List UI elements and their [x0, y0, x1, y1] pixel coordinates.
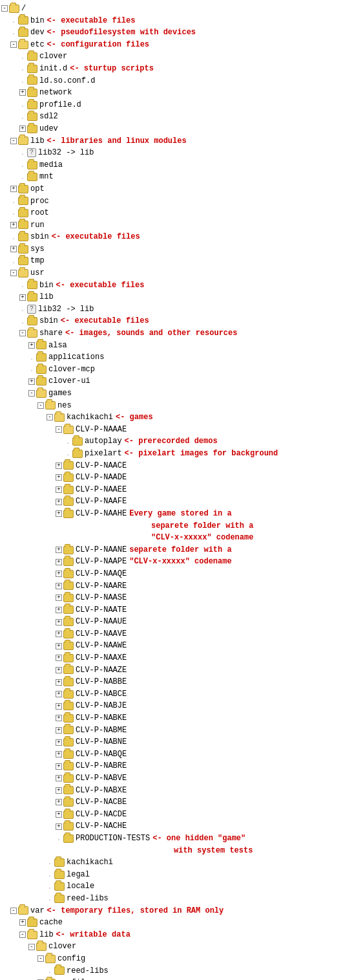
expand-icon[interactable]: +	[56, 643, 62, 649]
folder-icon	[63, 822, 74, 831]
tree-label: CLV-P-NAAEE	[76, 484, 127, 496]
tree-row: ·reed-libs	[1, 965, 353, 977]
expand-icon[interactable]: -	[28, 944, 35, 950]
leaf-connector: ·	[19, 306, 26, 312]
expand-icon[interactable]: -	[56, 426, 62, 433]
expand-icon[interactable]: +	[19, 89, 26, 96]
tree-label: CLV-P-NABRE	[76, 760, 127, 772]
expand-icon[interactable]: +	[56, 715, 62, 721]
tree-row: ·clover	[1, 50, 353, 63]
expand-icon[interactable]: -	[19, 330, 26, 336]
tree-row: ·sbin<- executable files	[1, 315, 353, 327]
expand-icon[interactable]: +	[56, 763, 62, 770]
tree-label: usr	[30, 267, 45, 279]
annotation-text: <- executable files	[61, 315, 149, 327]
expand-icon[interactable]: +	[19, 294, 26, 301]
expand-icon[interactable]: -	[10, 138, 17, 144]
expand-icon[interactable]: +	[10, 222, 17, 228]
expand-icon[interactable]: +	[19, 125, 26, 132]
tree-row: +CLV-P-NACDE	[1, 809, 353, 821]
expand-icon[interactable]: +	[56, 811, 62, 818]
expand-icon[interactable]: +	[56, 594, 62, 601]
expand-icon[interactable]: +	[28, 342, 35, 349]
expand-icon[interactable]: +	[56, 474, 62, 481]
annotation-text: <- sturtup scripts	[70, 63, 154, 75]
folder-icon	[63, 605, 74, 614]
tree-row: ·locale	[1, 880, 353, 893]
expand-icon[interactable]: +	[56, 607, 62, 613]
expand-icon[interactable]: +	[56, 739, 62, 746]
expand-icon[interactable]: +	[56, 691, 62, 697]
tree-row: +CLV-P-NAACE	[1, 460, 353, 472]
folder-icon	[27, 101, 37, 109]
expand-icon[interactable]: +	[56, 703, 62, 710]
expand-icon[interactable]: +	[28, 378, 35, 385]
expand-icon[interactable]: +	[56, 823, 62, 830]
annotation-text: <- libraries and linux modules	[47, 135, 187, 147]
folder-open-icon	[27, 931, 37, 939]
expand-icon[interactable]: +	[56, 679, 62, 686]
expand-icon[interactable]: +	[56, 727, 62, 734]
folder-icon	[72, 437, 83, 446]
tree-row: +network	[1, 87, 353, 99]
tree-label: proc	[30, 195, 49, 208]
expand-icon[interactable]: +	[56, 547, 62, 553]
expand-icon[interactable]: +	[56, 655, 62, 661]
expand-icon[interactable]: -	[1, 5, 8, 12]
expand-icon[interactable]: +	[56, 631, 62, 637]
expand-icon[interactable]: +	[19, 919, 26, 926]
folder-icon	[54, 882, 65, 891]
tree-label: applications	[48, 351, 104, 364]
tree-label: udev	[39, 123, 58, 135]
expand-icon[interactable]: +	[56, 619, 62, 626]
expand-icon[interactable]: +	[56, 571, 62, 577]
folder-icon	[54, 871, 65, 879]
tree-row: ·dev<- pseudofilesystem with devices	[1, 27, 353, 39]
folder-open-icon	[36, 389, 47, 398]
expand-icon[interactable]: -	[37, 402, 44, 409]
tree-label: CLV-P-NABXE	[76, 785, 127, 797]
tree-row: +CLV-P-NAAQE	[1, 568, 353, 580]
leaf-connector: ·	[19, 102, 26, 108]
expand-icon[interactable]: -	[37, 955, 44, 962]
expand-icon[interactable]: +	[56, 583, 62, 589]
expand-icon[interactable]: +	[56, 486, 62, 493]
expand-icon[interactable]: +	[10, 186, 17, 192]
tree-row: +CLV-P-NAAHEEvery game stored in a	[1, 508, 353, 520]
expand-icon[interactable]: +	[56, 463, 62, 469]
tree-label: CLV-P-NACHE	[76, 820, 127, 833]
expand-icon[interactable]: +	[56, 775, 62, 781]
expand-icon[interactable]: -	[10, 41, 17, 48]
expand-icon[interactable]: -	[10, 270, 17, 276]
tree-label: sys	[30, 243, 45, 256]
expand-icon[interactable]: +	[10, 246, 17, 252]
expand-icon[interactable]: -	[10, 908, 17, 914]
expand-icon[interactable]: +	[56, 559, 62, 565]
tree-row: +CLV-P-NABCE	[1, 688, 353, 701]
folder-icon	[63, 690, 74, 699]
leaf-connector: ·	[47, 871, 53, 878]
tree-row: ·?lib32 -> lib	[1, 147, 353, 159]
folder-icon	[63, 738, 74, 746]
expand-icon[interactable]: -	[28, 390, 35, 397]
expand-icon[interactable]: +	[56, 799, 62, 805]
leaf-connector: ·	[10, 29, 17, 36]
expand-icon[interactable]: +	[56, 499, 62, 505]
tree-row: +CLV-P-NABNE	[1, 736, 353, 748]
folder-open-icon	[45, 401, 56, 409]
question-icon: ?	[27, 305, 36, 314]
expand-icon[interactable]: -	[19, 931, 26, 938]
tree-row: +CLV-P-NAAFE	[1, 495, 353, 508]
expand-icon[interactable]: +	[56, 667, 62, 673]
expand-icon[interactable]: +	[56, 751, 62, 757]
folder-icon	[63, 811, 74, 819]
tree-label: CLV-P-NABKE	[76, 712, 127, 724]
expand-icon[interactable]: +	[56, 787, 62, 794]
expand-icon[interactable]: -	[47, 414, 53, 420]
tree-label: CLV-P-NAAVE	[76, 628, 127, 640]
leaf-connector: ·	[19, 65, 26, 72]
annotation-text: with system tests	[174, 845, 253, 857]
tree-label: dev	[30, 27, 45, 39]
leaf-connector: ·	[19, 149, 26, 156]
expand-icon[interactable]: +	[56, 510, 62, 517]
